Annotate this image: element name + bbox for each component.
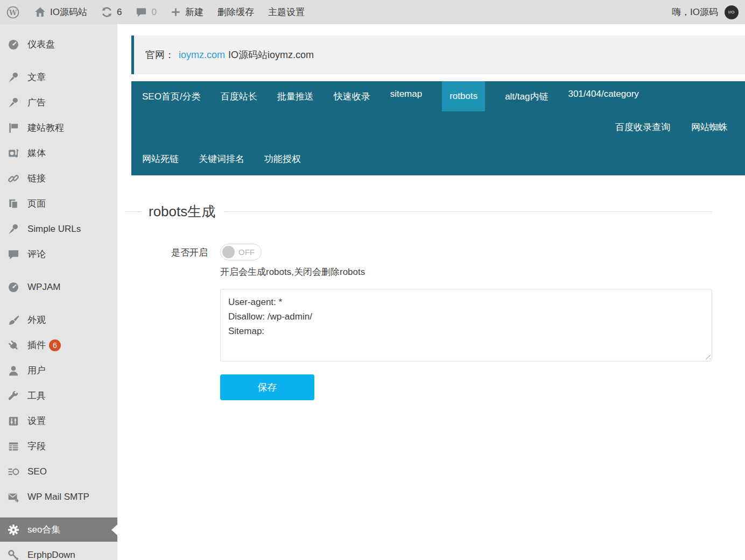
sidebar-item-links[interactable]: 链接	[0, 166, 117, 191]
media-icon	[8, 147, 19, 159]
toggle-help-text: 开启会生成robots,关闭会删除robots	[220, 266, 712, 278]
admin-topbar: W IO源码站 6 0 新建 删除缓存 主	[0, 0, 745, 24]
plugin-icon	[8, 339, 19, 351]
pages-icon	[8, 198, 19, 210]
user-greeting[interactable]: 嗨，IO源码	[672, 6, 718, 18]
tab-301-404-category[interactable]: 301/404/category	[568, 89, 638, 100]
theme-settings-link[interactable]: 主题设置	[268, 6, 305, 18]
dashboard-icon	[8, 281, 19, 293]
sidebar-item-dashboard[interactable]: 仪表盘	[0, 32, 117, 57]
menu-separator	[0, 300, 117, 307]
tab-batch-push[interactable]: 批量推送	[277, 90, 314, 103]
toggle-label: 是否开启	[131, 244, 208, 400]
new-label: 新建	[185, 6, 203, 18]
nav-row-2: 百度收录查询 网站蜘蛛	[131, 111, 745, 143]
menu-separator	[0, 267, 117, 274]
nav-row-1: SEO首页/分类 百度站长 批量推送 快速收录 sitemap rotbots …	[131, 81, 745, 111]
sidebar-item-plugins[interactable]: 插件 6	[0, 332, 117, 358]
comment-icon	[8, 249, 19, 260]
official-site-link[interactable]: ioymz.com	[179, 49, 225, 61]
comments-link[interactable]: 0	[136, 6, 156, 18]
pin-icon	[8, 223, 19, 235]
site-name: IO源码站	[50, 6, 87, 18]
update-icon	[101, 6, 113, 18]
tab-rotbots[interactable]: rotbots	[442, 81, 485, 111]
plugins-update-badge: 6	[49, 339, 61, 351]
sidebar-item-users[interactable]: 用户	[0, 358, 117, 383]
tab-site-spider[interactable]: 网站蜘蛛	[691, 121, 728, 133]
settings-icon	[8, 415, 19, 427]
sidebar-item-media[interactable]: 媒体	[0, 140, 117, 166]
sidebar-item-fields[interactable]: 字段	[0, 434, 117, 459]
comments-count: 0	[151, 7, 156, 18]
gear-icon	[8, 524, 19, 536]
sidebar-item-seo[interactable]: SEO	[0, 459, 117, 484]
robots-form: 是否开启 OFF 开启会生成robots,关闭会删除robots User-ag…	[131, 244, 745, 400]
tab-fast-include[interactable]: 快速收录	[334, 90, 370, 103]
seo-lines-circle-icon	[8, 466, 19, 478]
user-icon	[8, 365, 19, 377]
sidebar-item-ads[interactable]: 广告	[0, 90, 117, 115]
sidebar-item-settings[interactable]: 设置	[0, 408, 117, 434]
flag-icon	[8, 122, 19, 134]
tab-baidu-webmaster[interactable]: 百度站长	[221, 90, 257, 103]
save-button[interactable]: 保存	[220, 374, 314, 400]
comment-bubble-icon	[136, 6, 147, 18]
tab-baidu-include-query[interactable]: 百度收录查询	[615, 121, 670, 133]
tab-feature-authorization[interactable]: 功能授权	[264, 153, 301, 165]
sidebar-item-appearance[interactable]: 外观	[0, 307, 117, 332]
notice-prefix: 官网：	[145, 48, 174, 61]
robots-content-textarea[interactable]: User-agent: * Disallow: /wp-admin/ Sitem…	[220, 289, 712, 361]
home-icon	[34, 6, 46, 18]
pin-icon	[8, 72, 19, 83]
notice-suffix: IO源码站ioymz.com	[228, 48, 314, 61]
sidebar-item-tutorials[interactable]: 建站教程	[0, 115, 117, 140]
seo-plugin-nav: SEO首页/分类 百度站长 批量推送 快速收录 sitemap rotbots …	[131, 81, 745, 175]
new-content-link[interactable]: 新建	[171, 6, 203, 18]
tab-seo-home-category[interactable]: SEO首页/分类	[142, 90, 201, 103]
main-content: 官网： ioymz.com IO源码站ioymz.com SEO首页/分类 百度…	[117, 24, 745, 560]
sidebar-item-wp-mail-smtp[interactable]: WP Mail SMTP	[0, 484, 117, 509]
menu-separator	[0, 509, 117, 517]
mail-icon	[8, 491, 19, 503]
tab-dead-links[interactable]: 网站死链	[142, 153, 179, 165]
dashboard-icon	[8, 39, 19, 51]
page-title: robots生成	[147, 202, 216, 221]
tab-sitemap[interactable]: sitemap	[390, 89, 423, 100]
sidebar-item-erphpdown[interactable]: ErphpDown	[0, 542, 117, 560]
tab-alt-tag-internal-links[interactable]: alt/tag内链	[505, 90, 548, 103]
nav-row-3: 网站死链 关键词排名 功能授权	[131, 143, 745, 175]
link-icon	[8, 173, 19, 185]
legend-right-line	[224, 211, 712, 212]
svg-text:W: W	[9, 8, 17, 16]
legend-left-line	[125, 211, 141, 212]
updates-link[interactable]: 6	[101, 6, 122, 18]
clear-cache-link[interactable]: 删除缓存	[217, 6, 254, 18]
pin-icon	[8, 97, 19, 109]
user-avatar[interactable]: I/O	[725, 5, 739, 19]
brush-icon	[8, 314, 19, 326]
robots-enable-toggle[interactable]: OFF	[220, 244, 262, 260]
key-icon	[8, 549, 19, 560]
visit-site-link[interactable]: IO源码站	[34, 6, 87, 18]
sidebar-item-pages[interactable]: 页面	[0, 191, 117, 216]
section-legend: robots生成	[125, 202, 745, 221]
sidebar-item-comments[interactable]: 评论	[0, 242, 117, 267]
tab-keyword-ranking[interactable]: 关键词排名	[199, 153, 244, 165]
fields-icon	[8, 441, 19, 452]
sidebar-item-posts[interactable]: 文章	[0, 65, 117, 90]
wordpress-logo-icon[interactable]: W	[6, 6, 19, 19]
updates-count: 6	[117, 7, 122, 18]
menu-separator	[0, 57, 117, 65]
sidebar-item-tools[interactable]: 工具	[0, 383, 117, 408]
toggle-knob	[222, 246, 235, 258]
sidebar-item-simple-urls[interactable]: Simple URLs	[0, 216, 117, 242]
plus-icon	[171, 7, 181, 17]
wrench-icon	[8, 390, 19, 402]
toggle-state-text: OFF	[238, 247, 255, 257]
sidebar-item-wpjam[interactable]: WPJAM	[0, 274, 117, 300]
sidebar-item-seo-collection[interactable]: seo合集	[0, 518, 117, 542]
admin-sidebar: 仪表盘 文章 广告 建站教程	[0, 24, 117, 560]
site-notice-bar: 官网： ioymz.com IO源码站ioymz.com	[131, 36, 745, 74]
